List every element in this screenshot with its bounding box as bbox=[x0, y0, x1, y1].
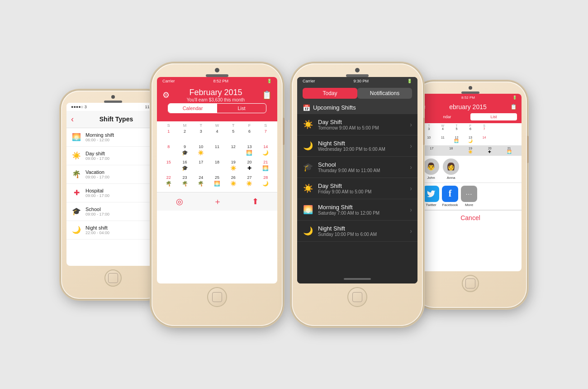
upcoming-shift-item[interactable]: 🎓 School Thursday 9:00 AM to 11:00 AM › bbox=[297, 157, 417, 178]
phones-container: ●●●●○ 3 11:15 ‹ Shift Types 🌅 Morning sh… bbox=[52, 54, 536, 335]
contact-avatars: 👨 John 👩 Anna bbox=[419, 156, 522, 183]
earn-text: You'll earn $3,630 this month bbox=[187, 97, 245, 102]
shift-icon: ☀️ bbox=[71, 150, 82, 161]
avatar-item[interactable]: 👩 Anna bbox=[443, 158, 459, 180]
home-indicator bbox=[297, 274, 417, 283]
shift-item-hospital[interactable]: ✚ Hospital 09:00 - 17:00 › bbox=[66, 184, 160, 202]
share-item-twitter[interactable]: Twitter bbox=[423, 186, 439, 207]
shift-icon: 🌴 bbox=[71, 169, 82, 180]
speaker bbox=[104, 101, 122, 103]
shift-name: Night Shift bbox=[318, 140, 405, 147]
shift-icon: ☀️ bbox=[303, 183, 313, 193]
shift-time: Thursday 9:00 AM to 11:00 AM bbox=[318, 168, 405, 173]
tab-notifications[interactable]: Notifications bbox=[357, 88, 412, 99]
battery: 🔋 bbox=[407, 79, 412, 83]
share-item-more[interactable]: ··· More bbox=[461, 186, 477, 207]
share-icon[interactable]: ⬆ bbox=[252, 197, 259, 207]
shift-info: Hospital 09:00 - 17:00 bbox=[85, 188, 150, 198]
chevron-right-icon: › bbox=[410, 121, 412, 128]
shift-name: Hospital bbox=[85, 188, 150, 193]
chevron-right-icon: › bbox=[410, 227, 412, 235]
phone-upcoming: Carrier 9:30 PM 🔋 Today Notifications 📅 … bbox=[292, 63, 423, 326]
back-button[interactable]: ‹ bbox=[71, 115, 74, 124]
battery: 🔋 bbox=[512, 96, 517, 100]
shift-name: Day Shift bbox=[318, 119, 405, 125]
upcoming-shift-list: ☀️ Day Shift Tomorrow 9:00 AM to 5:00 PM… bbox=[297, 114, 417, 274]
shift-icon: 🌅 bbox=[71, 132, 82, 143]
cal-day-row: 15161718192021 bbox=[161, 159, 274, 165]
month-title: February 2015 bbox=[187, 88, 245, 97]
avatar-name: John bbox=[427, 176, 435, 180]
home-button[interactable] bbox=[347, 287, 367, 307]
shift-info: Day Shift Friday 9:00 AM to 5:00 PM bbox=[318, 182, 405, 194]
home-button[interactable] bbox=[104, 269, 122, 287]
screen-upcoming: Carrier 9:30 PM 🔋 Today Notifications 📅 … bbox=[297, 77, 417, 283]
add-icon[interactable]: ＋ bbox=[213, 196, 222, 207]
camera bbox=[111, 95, 115, 99]
upcoming-shift-item[interactable]: ☀️ Day Shift Friday 9:00 AM to 5:00 PM › bbox=[297, 178, 417, 199]
settings-icon[interactable]: ⚙ bbox=[162, 90, 170, 100]
power-button[interactable] bbox=[527, 136, 529, 163]
upcoming-shift-item[interactable]: 🌙 Night Shift Wednesday 10:00 PM to 6:00… bbox=[297, 135, 417, 157]
shift-name: Morning Shift bbox=[318, 204, 405, 211]
shift-name: School bbox=[318, 161, 405, 168]
status-bar: ●●●●○ 3 11:15 bbox=[66, 103, 160, 111]
phone-calendar: Carrier 8:52 PM 🔋 ⚙ February 2015 You'll… bbox=[152, 63, 283, 326]
time: 8:52 PM bbox=[213, 79, 228, 83]
tab-list[interactable]: List bbox=[470, 113, 517, 120]
selected-week: 17 18 19 20 21 ☀️ ✚ 🌅 bbox=[419, 145, 522, 156]
history-icon[interactable]: ◎ bbox=[176, 197, 183, 207]
view-tabs: ndar List bbox=[419, 113, 522, 123]
shift-item-school[interactable]: 🎓 School 09:00 - 17:00 › bbox=[66, 202, 160, 221]
avatar-item[interactable]: 👨 John bbox=[423, 158, 439, 180]
home-button[interactable] bbox=[462, 275, 479, 292]
carrier: Carrier bbox=[303, 79, 315, 83]
share-item-facebook[interactable]: f Facebook bbox=[442, 186, 458, 207]
signal: ●●●●○ 3 bbox=[71, 105, 87, 109]
shift-info: Night Shift Sunday 10:00 PM to 6:00 AM bbox=[318, 225, 405, 237]
cal-icon-row bbox=[161, 135, 274, 142]
avatar-name: Anna bbox=[447, 176, 455, 180]
export-icon[interactable]: 📋 bbox=[510, 104, 517, 110]
tab-today[interactable]: Today bbox=[303, 88, 357, 99]
shift-type-list: 🌅 Morning shift 06:00 - 12:00 › ☀️ Day s… bbox=[66, 128, 160, 240]
tab-list[interactable]: List bbox=[217, 104, 266, 113]
upcoming-shift-item[interactable]: ☀️ Day Shift Tomorrow 9:00 AM to 5:00 PM… bbox=[297, 114, 417, 135]
home-button[interactable] bbox=[207, 287, 227, 307]
status-bar: Carrier 9:30 PM 🔋 bbox=[297, 77, 417, 85]
cancel-button[interactable]: Cancel bbox=[419, 210, 522, 225]
shift-item-vacation[interactable]: 🌴 Vacation 09:00 - 17:00 › bbox=[66, 165, 160, 184]
shift-time: Saturday 7:00 AM to 12:00 PM bbox=[318, 211, 405, 216]
tab-calendar[interactable]: Calendar bbox=[168, 104, 217, 113]
avatar: 👨 bbox=[423, 158, 439, 175]
shift-item-morning[interactable]: 🌅 Morning shift 06:00 - 12:00 › bbox=[66, 128, 160, 147]
shift-icon: 🌙 bbox=[303, 226, 313, 236]
shift-item-night[interactable]: 🌙 Night shift 22:00 - 04:00 › bbox=[66, 221, 160, 240]
power-button[interactable] bbox=[283, 118, 285, 145]
cal-row-2: 1011121314 bbox=[422, 136, 519, 139]
mini-calendar: TWTFS 34567 1011121314 🌅🌙 bbox=[419, 123, 522, 145]
camera bbox=[215, 68, 219, 72]
share-label: Facebook bbox=[442, 203, 458, 207]
calendar-body: 1234567891011121314🎓☀️🌅🌙15161718192021🎓☀… bbox=[161, 129, 274, 188]
chevron-right-icon: › bbox=[410, 142, 412, 149]
shift-time: Tomorrow 9:00 AM to 5:00 PM bbox=[318, 125, 405, 130]
speaker bbox=[346, 74, 369, 77]
home-bar bbox=[344, 278, 371, 280]
shift-item-day[interactable]: ☀️ Day shift 09:00 - 17:00 › bbox=[66, 147, 160, 165]
tab-calendar[interactable]: ndar bbox=[424, 113, 470, 120]
cal-day-headers: TWTFS bbox=[422, 124, 519, 127]
screen-calendar: Carrier 8:52 PM 🔋 ⚙ February 2015 You'll… bbox=[157, 77, 277, 283]
export-icon[interactable]: 📋 bbox=[262, 90, 272, 100]
power-button[interactable] bbox=[423, 118, 425, 145]
upcoming-shift-item[interactable]: 🌙 Night Shift Sunday 10:00 PM to 6:00 AM… bbox=[297, 221, 417, 242]
time: 9:30 PM bbox=[353, 79, 369, 83]
section-header: 📅 Upcoming Shifts bbox=[297, 101, 417, 114]
cal-day-row: 22232425262728 bbox=[161, 175, 274, 180]
chevron-right-icon: › bbox=[410, 206, 412, 213]
shift-info: School Thursday 9:00 AM to 11:00 AM bbox=[318, 161, 405, 173]
upcoming-shift-item[interactable]: 🌅 Morning Shift Saturday 7:00 AM to 12:0… bbox=[297, 199, 417, 221]
cal-icon-row: 🎓☀️✚🌅 bbox=[161, 166, 274, 173]
calendar-header: ⚙ February 2015 You'll earn $3,630 this … bbox=[157, 85, 277, 121]
cal-icon-row: 🌴🌴🌴🌅☀️☀️🌙 bbox=[161, 181, 274, 188]
